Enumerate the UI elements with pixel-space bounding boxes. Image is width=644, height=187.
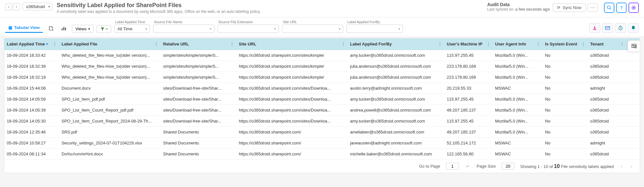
table-cell: Mozilla/5.0 (Win... (493, 61, 542, 72)
table-cell: No (542, 138, 588, 148)
column-menu-icon[interactable]: ⋮ (53, 42, 57, 47)
table-cell: https://o365droid.sharepoint.com/sites/k… (236, 72, 347, 83)
table-cell: SPO_List_Item_Count_Report_2024-08-29-Th… (59, 116, 161, 126)
table-row[interactable]: 05-09-2024 08:11:34Do%c#um#e%nt.docxShar… (4, 149, 640, 160)
tabular-view-tab[interactable]: ▦ Tabular View (5, 23, 43, 33)
table-row[interactable]: 05-09-2024 10:58:27Security_settings_202… (4, 138, 640, 149)
chevron-down-icon: ▾ (88, 27, 90, 31)
audit-data-sub: Last synced on: a few seconds ago (487, 7, 550, 12)
table-cell: o365droid (588, 50, 626, 61)
filter-button[interactable]: ▾ (97, 25, 111, 33)
table-cell: SRS.pdf (59, 127, 161, 137)
more-menu-button[interactable]: ⋯ (588, 3, 598, 12)
table-cell: 05-09-2024 08:11:34 (4, 149, 59, 159)
nav-forward-button[interactable]: › (13, 3, 20, 10)
prev-page-button[interactable]: ‹ (620, 164, 623, 169)
table-cell: Who_deleted_the_files-How_to(older versi… (59, 72, 161, 83)
email-button[interactable] (602, 23, 613, 33)
svg-line-1 (610, 8, 611, 10)
column-menu-icon[interactable]: ⋮ (620, 42, 624, 47)
table-cell: https://o365droid.sharepoint.com/sites/D… (236, 83, 347, 94)
column-menu-icon[interactable]: ⋮ (230, 42, 234, 47)
filter-dropdown-ext[interactable]: ▾ (218, 25, 279, 33)
download-button[interactable] (589, 23, 600, 33)
table-cell: sites/Download-free-site/Shar... (161, 83, 236, 94)
column-header[interactable]: Is System Event⋮ (542, 38, 588, 50)
column-header[interactable]: Site URL⋮ (236, 38, 347, 50)
column-menu-icon[interactable]: ⋮ (438, 42, 442, 47)
table-cell: https://o365droid.sharepoint.com/sites/D… (236, 105, 347, 115)
table-row[interactable]: 16-09-2024 14:05:39SPO_List_Item_Count_R… (4, 105, 640, 116)
column-menu-icon[interactable]: ⋮ (154, 42, 159, 47)
table-cell: Mozilla/5.0 (Win... (493, 94, 542, 104)
table-row[interactable]: 16-09-2024 15:44:06Document.docxsites/Do… (4, 83, 640, 94)
table-cell: ameliaben@o365droid.onmicrosoft.com (347, 127, 444, 137)
table-cell: andrea.powell@o365droid.onmicrosoft.com (347, 105, 444, 115)
column-menu-icon[interactable]: ⋮ (341, 42, 346, 47)
pagesize-input[interactable] (502, 163, 514, 170)
table-cell: o365droid (588, 61, 626, 72)
goto-page-submit[interactable]: ↵ (465, 164, 471, 169)
tenant-dropdown[interactable]: o365droid (23, 3, 52, 10)
table-cell: simple/sites/kimple/simple/S... (161, 72, 236, 83)
goto-page-input[interactable] (446, 163, 459, 170)
column-header[interactable]: Label Applied File⋮ (59, 38, 161, 50)
svg-rect-5 (62, 28, 63, 30)
table-cell: 223.178.80.169 (444, 72, 493, 83)
column-header[interactable]: Label Applied Time▾⋮ (4, 38, 59, 50)
alert-button[interactable] (628, 23, 639, 33)
help-icon-button[interactable] (616, 3, 627, 13)
table-row[interactable]: 16-09-2024 16:32:19Who_deleted_the_files… (4, 72, 640, 83)
sort-desc-icon: ▾ (46, 42, 48, 46)
chart-icon[interactable] (59, 24, 69, 33)
table-cell: No (542, 105, 588, 115)
column-header[interactable]: Tenant⋮ (588, 38, 626, 50)
ai-icon-button[interactable] (629, 3, 639, 13)
filter-dropdown-siteurl[interactable]: ▾ (282, 25, 343, 33)
table-cell: https://o365droid.sharepoint.com/sites/k… (236, 50, 347, 61)
filter-dropdown-time[interactable]: All Time▾ (114, 25, 150, 33)
table-cell: Mozilla/5.0 (Win... (493, 50, 542, 61)
chevron-down-icon: ▾ (145, 27, 147, 31)
table-cell: https://o365droid.sharepoint.com/ (236, 149, 347, 159)
table-row[interactable]: 16-09-2024 12:35:46SRS.pdfShared Documen… (4, 127, 640, 138)
table-cell: admight (588, 138, 626, 148)
schedule-button[interactable] (615, 23, 626, 33)
views-dropdown[interactable]: Views▾ (72, 25, 93, 33)
table-row[interactable]: 16-09-2024 14:05:59SPO_List_Item_pdf.pdf… (4, 94, 640, 105)
column-header[interactable]: Relative URL⋮ (161, 38, 236, 50)
table-cell: Document.docx (59, 83, 161, 94)
table-cell: https://o365droid.sharepoint.com/ (236, 138, 347, 148)
table-cell: Shared Documents (161, 149, 236, 159)
column-settings-button[interactable] (628, 40, 640, 52)
nav-back-button[interactable]: ‹ (5, 3, 12, 10)
tenant-selected: o365droid (26, 4, 45, 9)
table-cell: MSWAC (493, 138, 542, 148)
column-menu-icon[interactable]: ⋮ (536, 42, 541, 47)
table-cell: 115.97.255.45 (444, 94, 493, 104)
table-icon: ▦ (8, 25, 12, 30)
chevron-down-icon: ▾ (274, 27, 276, 31)
next-page-button[interactable]: › (629, 164, 633, 169)
export-icon[interactable] (46, 24, 56, 33)
svg-point-4 (633, 7, 634, 8)
table-row[interactable]: 16-09-2024 16:32:39Who_deleted_the_files… (4, 61, 640, 72)
table-cell: simple/sites/kimple/simple/S... (161, 61, 236, 72)
table-cell: amy.tucker@o365droid.onmicrosoft.com (347, 116, 444, 126)
sync-now-button[interactable]: ⟳ Sync Now (553, 3, 586, 12)
table-row[interactable]: 16-09-2024 14:05:30SPO_List_Item_Count_R… (4, 116, 640, 127)
table-cell: o365droid (588, 72, 626, 83)
column-header[interactable]: Label Applied For/By⋮ (347, 38, 444, 50)
table-cell: 16-09-2024 16:33:42 (4, 50, 59, 61)
column-menu-icon[interactable]: ⋮ (486, 42, 491, 47)
filter-dropdown-appliedby[interactable]: ▾ (346, 25, 403, 33)
table-row[interactable]: 16-09-2024 16:33:42Who_deleted_the_files… (4, 50, 640, 61)
showing-text: Showing 1 - 10 of 10 File sensitivity la… (520, 163, 614, 169)
filter-dropdown-filename[interactable]: ▾ (153, 25, 214, 33)
column-header[interactable]: User Agent Info⋮ (493, 38, 542, 50)
table-cell: MSWAC (493, 149, 542, 159)
search-icon-button[interactable] (604, 3, 614, 13)
column-menu-icon[interactable]: ⋮ (581, 42, 586, 47)
table-cell: Who_deleted_the_files-How_to(older versi… (59, 50, 161, 61)
column-header[interactable]: User's Machine IP⋮ (444, 38, 493, 50)
